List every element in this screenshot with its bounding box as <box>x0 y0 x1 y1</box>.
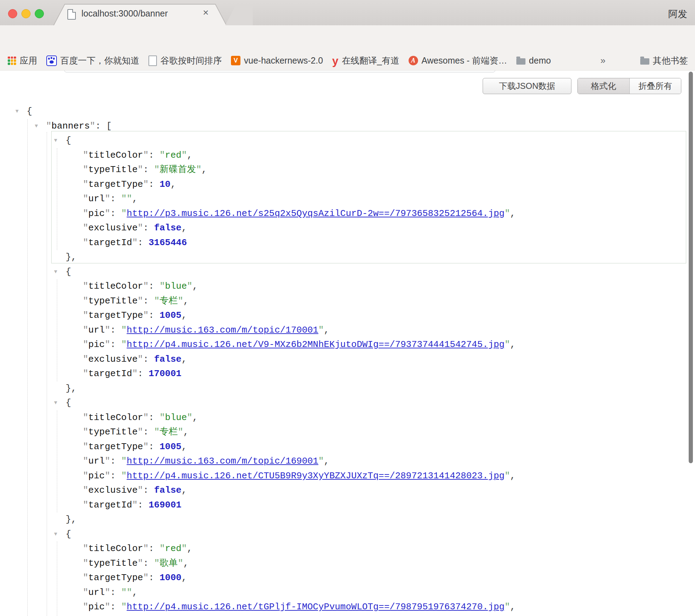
json-token: " <box>83 281 88 291</box>
json-link[interactable]: http://p4.music.126.net/CTU5B9R9y3XyYBZX… <box>127 471 505 481</box>
json-key: targetType <box>88 572 143 583</box>
json-object-open: ▼{ <box>0 133 695 148</box>
json-token: , <box>201 164 207 175</box>
collapse-toggle-icon[interactable]: ▼ <box>54 396 57 411</box>
json-token: " <box>105 339 110 350</box>
collapse-toggle-icon[interactable]: ▼ <box>54 133 57 148</box>
json-token: " <box>154 558 160 569</box>
json-link[interactable]: http://p4.music.126.net/V9-MXz6b2MNhEKju… <box>127 339 505 350</box>
json-token: " <box>105 471 110 481</box>
json-token: " <box>121 602 127 612</box>
minimize-window-button[interactable] <box>21 9 31 18</box>
json-token: : <box>143 296 154 306</box>
profile-name[interactable]: 阿发 <box>668 8 687 20</box>
maximize-window-button[interactable] <box>35 9 44 18</box>
scrollbar-thumb[interactable] <box>689 72 693 463</box>
close-window-button[interactable] <box>8 9 17 18</box>
json-token: " <box>83 354 88 365</box>
bookmark-label: demo <box>529 55 551 66</box>
format-button[interactable]: 格式化 <box>578 78 630 94</box>
bookmark-google-sort[interactable]: 谷歌按时间排序 <box>148 55 222 66</box>
collapse-toggle-icon[interactable]: ▼ <box>54 265 57 280</box>
browser-toolbar: ← → ↻ i localhost:3000/banner ☆ V 英 en F… <box>0 25 695 51</box>
tab-strip: localhost:3000/banner × 阿发 <box>0 0 695 25</box>
json-property-line: "targetType": 1005, <box>0 308 695 323</box>
bookmark-apps[interactable]: 应用 <box>8 55 37 66</box>
json-token: { <box>27 106 32 117</box>
json-token: " <box>154 164 160 175</box>
json-token: , <box>183 558 189 569</box>
json-key: targetId <box>88 237 132 248</box>
json-token: " <box>143 441 149 452</box>
json-property-line: "url": "", <box>0 192 695 207</box>
json-value-string: red <box>165 150 181 160</box>
json-key: url <box>88 587 105 598</box>
page-icon <box>67 9 76 20</box>
json-token: }, <box>66 514 77 525</box>
collapse-all-button[interactable]: 折叠所有 <box>630 78 681 94</box>
json-object-close: }, <box>0 512 695 527</box>
bookmark-demo-folder[interactable]: demo <box>516 55 551 66</box>
json-token: , <box>181 223 187 233</box>
bookmark-youdao[interactable]: y 在线翻译_有道 <box>332 55 399 66</box>
json-token: " <box>121 587 127 598</box>
json-value-number: 3165446 <box>148 237 187 248</box>
collapse-toggle-icon[interactable]: ▼ <box>54 527 57 542</box>
json-key: url <box>88 194 105 204</box>
json-link[interactable]: http://p4.music.126.net/tGPljf-IMOCyPvum… <box>127 602 505 612</box>
json-value-number: 10 <box>159 179 170 190</box>
json-token: " <box>178 558 183 569</box>
json-token: " <box>159 543 165 554</box>
json-token: : <box>148 572 159 583</box>
close-tab-icon[interactable]: × <box>203 8 208 18</box>
json-token: : <box>110 208 121 219</box>
tab-title: localhost:3000/banner <box>81 8 194 19</box>
collapse-toggle-icon[interactable]: ▼ <box>15 104 19 119</box>
json-key: exclusive <box>88 485 138 496</box>
json-token: : <box>110 194 121 204</box>
json-token: " <box>181 150 187 160</box>
bookmarks-overflow-icon[interactable]: » <box>601 55 605 66</box>
other-bookmarks[interactable]: 其他书签 <box>640 55 688 66</box>
json-link[interactable]: http://music.163.com/m/topic/169001 <box>127 456 318 466</box>
json-token: : <box>148 281 159 291</box>
json-value-number: false <box>154 485 181 496</box>
json-token: " <box>504 471 510 481</box>
json-link[interactable]: http://p3.music.126.net/s25q2x5QyqsAzilC… <box>127 208 505 219</box>
json-token: " <box>132 368 138 379</box>
json-key: typeTitle <box>88 296 138 306</box>
json-property-line: "typeTitle": "专栏", <box>0 425 695 440</box>
download-json-button[interactable]: 下载JSON数据 <box>483 78 571 94</box>
json-property-line: "targetId": 169001 <box>0 498 695 513</box>
json-property-line: "titleColor": "red", <box>0 148 695 163</box>
json-token: [ <box>106 121 112 131</box>
json-value-string: 新碟首发 <box>159 164 196 175</box>
bookmark-awesomes[interactable]: A Awesomes - 前端资… <box>409 55 507 66</box>
json-object-close: }, <box>0 250 695 265</box>
other-bookmarks-label: 其他书签 <box>653 55 688 66</box>
json-property-line: "url": "", <box>0 585 695 600</box>
json-property-line: "pic": "http://p3.music.126.net/s25q2x5Q… <box>0 207 695 221</box>
new-tab-button[interactable] <box>225 5 253 25</box>
bookmark-label: 百度一下，你就知道 <box>60 55 139 66</box>
json-token: : <box>143 485 154 496</box>
bookmark-baidu[interactable]: 百度一下，你就知道 <box>46 55 139 66</box>
bookmark-label: 应用 <box>20 55 37 66</box>
json-token: " <box>83 223 88 233</box>
json-token: " <box>187 281 193 291</box>
json-property-line: "typeTitle": "新碟首发", <box>0 163 695 177</box>
json-token: { <box>66 398 71 408</box>
json-token: : <box>138 237 148 248</box>
bookmark-vue-hackernews[interactable]: V vue-hackernews-2.0 <box>231 55 323 66</box>
json-token: " <box>83 310 88 321</box>
json-token: : <box>110 456 121 466</box>
bookmark-label: Awesomes - 前端资… <box>422 55 507 66</box>
json-token: , <box>183 427 189 437</box>
json-key: banners <box>52 121 90 131</box>
json-token: " <box>83 325 88 335</box>
json-token: " <box>83 558 88 569</box>
json-token: : <box>138 500 148 510</box>
json-link[interactable]: http://music.163.com/m/topic/170001 <box>127 325 318 335</box>
json-value-string: 歌单 <box>159 558 178 569</box>
collapse-toggle-icon[interactable]: ▼ <box>35 119 38 134</box>
